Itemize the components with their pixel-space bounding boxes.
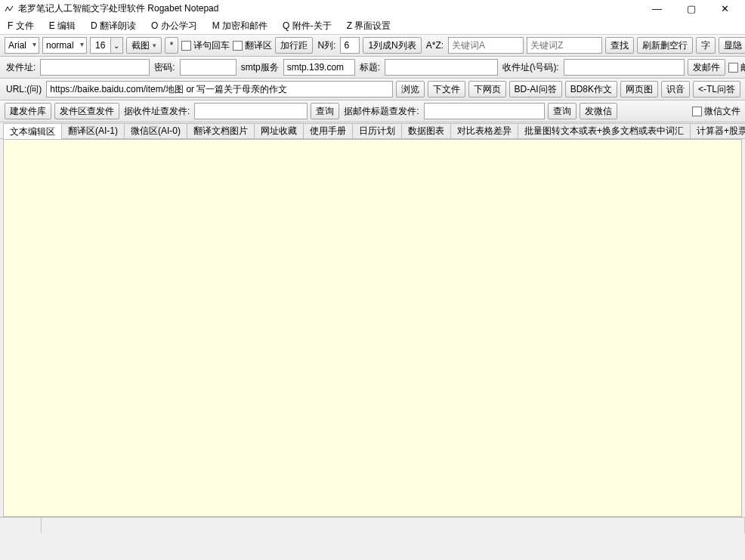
tab-data-chart[interactable]: 数据图表 — [401, 123, 451, 138]
close-button[interactable]: ✕ — [708, 0, 742, 18]
download-page-button[interactable]: 下网页 — [468, 81, 506, 97]
tab-strip: 文本编辑区 翻译区(AI-1) 微信区(AI-0) 翻译文档图片 网址收藏 使用… — [0, 122, 745, 139]
tl-qa-button[interactable]: <-TL问答 — [693, 81, 740, 97]
format-toolbar: Arial normal 16 ⌄ 截图 * 译句回车 翻译区 加行距 N列: … — [0, 35, 745, 57]
az-label: A*Z: — [425, 40, 445, 51]
mail-attachment-checkbox[interactable]: 邮附件 — [728, 61, 745, 74]
n-col-input[interactable] — [340, 37, 360, 54]
menu-edit[interactable]: E 编辑 — [46, 18, 79, 34]
translate-zone-checkbox[interactable]: 翻译区 — [233, 39, 272, 52]
mail-from-input[interactable] — [40, 59, 150, 76]
n-col-label: N列: — [316, 39, 337, 52]
status-bar — [0, 517, 745, 534]
bd8k-button[interactable]: BD8K作文 — [565, 81, 617, 97]
status-cell-1 — [0, 518, 42, 534]
find-button[interactable]: 查找 — [605, 37, 634, 54]
mail-subject-input[interactable] — [385, 59, 498, 76]
font-weight-select[interactable]: normal — [42, 37, 87, 54]
browse-button[interactable]: 浏览 — [396, 81, 425, 97]
translate-zone-label: 翻译区 — [245, 39, 272, 52]
status-cell-2 — [42, 518, 745, 534]
web-image-button[interactable]: 网页图 — [620, 81, 658, 97]
mail-password-input[interactable] — [180, 59, 236, 76]
mail-toolbar: 发件址: 密码: smtp服务 标题: 收件址(\号码): 发邮件 邮附件 — [0, 57, 745, 79]
tab-calendar[interactable]: 日历计划 — [352, 123, 402, 138]
mail-to-input[interactable] — [564, 59, 685, 76]
menu-file[interactable]: F 文件 — [5, 18, 37, 34]
query-by-recipient-input[interactable] — [194, 103, 308, 119]
query-by-subject-label: 据邮件标题查发件: — [342, 105, 420, 118]
url-input[interactable] — [46, 81, 392, 97]
tab-url-favorites[interactable]: 网址收藏 — [254, 123, 304, 138]
query-by-recipient-label: 据收件址查发件: — [122, 105, 191, 118]
menu-ui-settings[interactable]: Z 界面设置 — [344, 18, 394, 34]
send-wechat-button[interactable]: 发微信 — [580, 103, 617, 119]
smtp-label: smtp服务 — [240, 61, 280, 74]
menu-encrypt-mail[interactable]: M 加密和邮件 — [209, 18, 270, 34]
menubar: F 文件 E 编辑 D 翻译朗读 O 办公学习 M 加密和邮件 Q 附件-关于 … — [0, 18, 745, 35]
wechat-file-checkbox[interactable]: 微信文件 — [692, 105, 740, 118]
star-button[interactable]: * — [165, 37, 179, 54]
maximize-button[interactable]: ▢ — [674, 0, 708, 18]
url-label: URL:(问) — [5, 83, 43, 96]
translate-sentence-label: 译句回车 — [193, 39, 230, 52]
font-size-stepper[interactable]: 16 ⌄ — [90, 37, 123, 54]
chevron-down-icon[interactable]: ⌄ — [111, 37, 123, 54]
keyword-z-input[interactable] — [527, 37, 602, 54]
query-by-subject-button[interactable]: 查询 — [548, 103, 577, 119]
tab-wechat-zone[interactable]: 微信区(AI-0) — [124, 123, 187, 138]
tab-text-editor[interactable]: 文本编辑区 — [3, 123, 62, 139]
wechat-file-label: 微信文件 — [704, 105, 740, 118]
smtp-input[interactable] — [283, 59, 355, 76]
query-by-recipient-button[interactable]: 查询 — [311, 103, 339, 119]
minimize-button[interactable]: — — [640, 0, 674, 18]
font-family-select[interactable]: Arial — [5, 37, 39, 54]
mail-to-label: 收件址(\号码): — [501, 61, 561, 74]
download-file-button[interactable]: 下文件 — [428, 81, 465, 97]
menu-attach-about[interactable]: Q 附件-关于 — [280, 18, 335, 34]
titlebar: 老罗笔记人工智能文字处理软件 Rogabet Notepad — ▢ ✕ — [0, 0, 745, 18]
tab-translate-doc-image[interactable]: 翻译文档图片 — [187, 123, 255, 138]
translate-sentence-checkbox[interactable]: 译句回车 — [181, 39, 230, 52]
voice-recognize-button[interactable]: 识音 — [661, 81, 690, 97]
mail-from-label: 发件址: — [5, 61, 37, 74]
url-toolbar: URL:(问) 浏览 下文件 下网页 BD-AI问答 BD8K作文 网页图 识音… — [0, 79, 745, 101]
send-mail-button[interactable]: 发邮件 — [688, 59, 725, 76]
show-hide-button[interactable]: 显隐 — [719, 37, 745, 54]
font-size-value: 16 — [90, 37, 111, 54]
tab-translate-zone[interactable]: 翻译区(AI-1) — [61, 123, 125, 138]
mail-attachment-label: 邮附件 — [740, 61, 745, 74]
refresh-delete-blank-button[interactable]: 刷新删空行 — [637, 37, 693, 54]
query-sendzone-button[interactable]: 发件区查发件 — [54, 103, 119, 119]
menu-translate-read[interactable]: D 翻译朗读 — [88, 18, 139, 34]
tab-manual[interactable]: 使用手册 — [303, 123, 353, 138]
tab-calculator-stock[interactable]: 计算器+股票 — [690, 123, 745, 138]
window-title: 老罗笔记人工智能文字处理软件 Rogabet Notepad — [18, 2, 640, 15]
char-button[interactable]: 字 — [696, 37, 716, 54]
keyword-a-input[interactable] — [448, 37, 524, 54]
menu-office[interactable]: O 办公学习 — [148, 18, 200, 34]
query-by-subject-input[interactable] — [424, 103, 545, 119]
to-ncol-table-button[interactable]: 1列成N列表 — [363, 37, 421, 54]
screenshot-button[interactable]: 截图 — [126, 37, 162, 54]
bd-ai-button[interactable]: BD-AI问答 — [509, 81, 562, 97]
build-sendlib-button[interactable]: 建发件库 — [5, 103, 51, 119]
tab-batch-convert[interactable]: 批量图转文本或表+换多文档或表中词汇 — [518, 123, 691, 138]
window-controls: — ▢ ✕ — [640, 0, 742, 18]
add-linegap-button[interactable]: 加行距 — [275, 37, 313, 54]
sendlib-toolbar: 建发件库 发件区查发件 据收件址查发件: 查询 据邮件标题查发件: 查询 发微信… — [0, 101, 745, 122]
app-icon — [3, 3, 15, 15]
tab-compare-tables[interactable]: 对比表格差异 — [450, 123, 518, 138]
text-editor-area[interactable] — [3, 139, 742, 517]
mail-subject-label: 标题: — [358, 61, 382, 74]
mail-password-label: 密码: — [153, 61, 176, 74]
